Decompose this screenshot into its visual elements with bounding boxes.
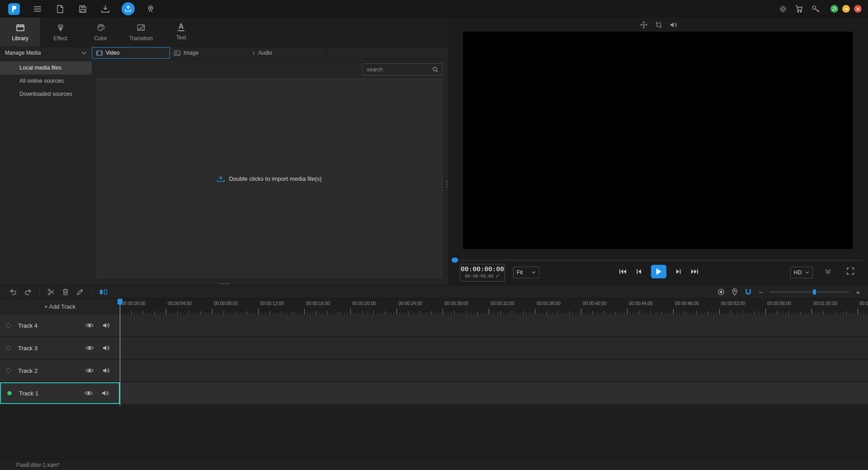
edit-button[interactable] bbox=[76, 288, 84, 296]
track-header[interactable]: Track 4 bbox=[0, 315, 120, 336]
fit-dropdown[interactable]: Fit bbox=[513, 267, 539, 278]
tab-label: Color bbox=[94, 35, 107, 42]
previous-frame-button[interactable] bbox=[636, 269, 642, 274]
edit-timecode-icon[interactable] bbox=[495, 274, 500, 278]
import-media-button[interactable] bbox=[94, 0, 117, 18]
store-button[interactable] bbox=[795, 5, 803, 13]
search-box[interactable] bbox=[362, 63, 443, 75]
activate-button[interactable] bbox=[811, 5, 820, 13]
track-state-indicator[interactable] bbox=[6, 323, 11, 328]
cut-button[interactable] bbox=[47, 288, 55, 296]
support-button[interactable] bbox=[830, 5, 838, 13]
close-icon bbox=[856, 7, 860, 11]
track-mute-toggle[interactable] bbox=[103, 345, 110, 351]
panel-resize-handle-horizontal[interactable] bbox=[219, 283, 229, 284]
status-bar: PawEditor-1.kam* bbox=[0, 459, 868, 470]
media-tab-audio[interactable]: ♪ Audio bbox=[248, 47, 326, 59]
save-project-button[interactable] bbox=[71, 0, 94, 18]
track-lane[interactable] bbox=[120, 315, 868, 336]
playhead[interactable] bbox=[120, 299, 120, 406]
source-downloaded-sources[interactable]: Downloaded sources bbox=[0, 88, 92, 101]
track-lane[interactable] bbox=[120, 382, 868, 404]
track-visibility-toggle[interactable] bbox=[85, 390, 93, 396]
track-mute-toggle[interactable] bbox=[103, 322, 110, 329]
quality-dropdown[interactable]: HD bbox=[790, 267, 813, 278]
media-tab-image[interactable]: Image bbox=[170, 47, 248, 59]
menu-button[interactable] bbox=[26, 0, 49, 18]
ruler-timecode-label: 00:00:36;00 bbox=[537, 301, 561, 306]
settings-button[interactable] bbox=[779, 5, 787, 13]
export-button[interactable] bbox=[117, 0, 139, 18]
preview-panel: 00:00:00:00 00:00:00;00 Fit HD bbox=[449, 18, 868, 285]
transport-controls bbox=[619, 265, 698, 278]
tab-color[interactable]: Color bbox=[80, 18, 121, 47]
import-download-icon bbox=[101, 5, 109, 13]
zoom-slider-handle[interactable] bbox=[813, 289, 816, 295]
source-local-media-files[interactable]: Local media files bbox=[0, 61, 92, 75]
snapshot-button[interactable] bbox=[717, 288, 725, 296]
media-tab-video[interactable]: Video bbox=[92, 47, 170, 59]
timeline-area: + Add Track 00:00:00;0000:00:04;0000:00:… bbox=[0, 299, 868, 459]
play-button[interactable] bbox=[651, 265, 666, 278]
audio-tool-icon[interactable] bbox=[670, 22, 677, 28]
media-import-dropzone[interactable]: Double clicks to import media file(s) bbox=[96, 79, 443, 278]
crop-tool-icon[interactable] bbox=[655, 21, 662, 28]
ruler-timecode-label: 00:00:52;00 bbox=[721, 301, 745, 306]
search-input[interactable] bbox=[363, 66, 432, 73]
collapse-preview-button[interactable] bbox=[825, 269, 831, 274]
tab-library[interactable]: Library bbox=[0, 18, 40, 47]
tab-label: Library bbox=[12, 35, 28, 42]
delete-button[interactable] bbox=[62, 288, 69, 296]
panel-resize-handle-vertical[interactable] bbox=[446, 181, 448, 188]
zoom-out-button[interactable]: − bbox=[759, 289, 763, 296]
redo-button[interactable] bbox=[24, 288, 32, 296]
ruler-timecode-label: 00:00:08;00 bbox=[214, 301, 238, 306]
minimize-button[interactable] bbox=[842, 5, 850, 13]
ruler-timecode-label: 00:00:12;00 bbox=[260, 301, 284, 306]
seek-bar[interactable] bbox=[453, 260, 863, 261]
split-track-button[interactable] bbox=[99, 289, 108, 295]
track-header[interactable]: Track 3 bbox=[0, 337, 120, 359]
move-tool-icon[interactable] bbox=[640, 21, 647, 28]
track-mute-toggle[interactable] bbox=[103, 367, 110, 374]
zoom-in-button[interactable]: + bbox=[856, 289, 860, 296]
marker-button[interactable] bbox=[731, 288, 738, 296]
record-device-button[interactable] bbox=[139, 0, 162, 18]
jump-end-button[interactable] bbox=[691, 269, 698, 274]
seek-handle[interactable] bbox=[452, 258, 458, 263]
ruler-timecode-label: 00:00:48;00 bbox=[675, 301, 699, 306]
track-header[interactable]: Track 1 bbox=[0, 382, 120, 404]
tab-label: Effect bbox=[53, 35, 67, 42]
undo-button[interactable] bbox=[9, 288, 17, 296]
close-button[interactable] bbox=[854, 5, 862, 13]
track-header[interactable]: Track 2 bbox=[0, 360, 120, 381]
track-state-indicator[interactable] bbox=[6, 346, 11, 350]
jump-start-button[interactable] bbox=[619, 269, 627, 274]
tab-effect[interactable]: Effect bbox=[40, 18, 80, 47]
snap-magnet-button[interactable] bbox=[745, 288, 752, 296]
divider bbox=[39, 289, 40, 295]
track-visibility-toggle[interactable] bbox=[85, 323, 94, 328]
track-visibility-toggle[interactable] bbox=[85, 368, 94, 373]
track-mute-toggle[interactable] bbox=[102, 390, 109, 396]
tab-text[interactable]: A Text bbox=[161, 18, 201, 47]
track-visibility-toggle[interactable] bbox=[85, 345, 94, 351]
video-preview-canvas[interactable] bbox=[463, 32, 853, 249]
track-lane[interactable] bbox=[120, 360, 868, 381]
fullscreen-button[interactable] bbox=[847, 268, 854, 275]
timeline-ruler[interactable]: 00:00:00;0000:00:04;0000:00:08;0000:00:1… bbox=[120, 299, 868, 315]
next-frame-button[interactable] bbox=[676, 269, 681, 274]
track-state-indicator[interactable] bbox=[6, 368, 11, 373]
add-track-button[interactable]: + Add Track bbox=[0, 299, 120, 315]
play-icon bbox=[656, 268, 661, 275]
source-all-online-sources[interactable]: All online sources bbox=[0, 75, 92, 88]
manage-media-dropdown[interactable]: Manage Media bbox=[0, 47, 92, 59]
track-lane[interactable] bbox=[120, 337, 868, 359]
video-film-icon bbox=[96, 51, 103, 56]
search-icon[interactable] bbox=[432, 66, 439, 73]
tab-transition[interactable]: Transition bbox=[121, 18, 161, 47]
hamburger-icon bbox=[33, 6, 42, 12]
new-project-button[interactable] bbox=[49, 0, 71, 18]
timeline-zoom-slider[interactable] bbox=[769, 291, 849, 292]
track-state-indicator[interactable] bbox=[7, 391, 12, 395]
